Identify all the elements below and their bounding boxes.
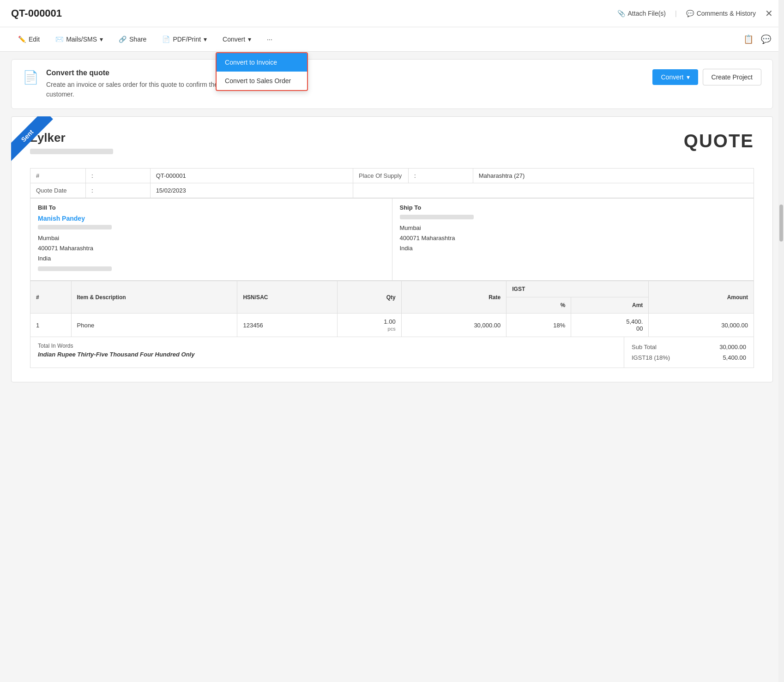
banner-convert-chevron-icon: ▾	[687, 73, 690, 81]
total-words-label: Total In Words	[38, 343, 616, 349]
ship-to-cell: Ship To Mumbai 400071 Maharashtra India	[392, 199, 754, 281]
number-value: QT-000001	[150, 169, 353, 183]
convert-to-invoice-item[interactable]: Convert to Invoice	[217, 53, 307, 72]
document-icon: 📄	[23, 70, 39, 85]
bill-address: Mumbai 400071 Maharashtra India	[38, 233, 385, 271]
attach-files-button[interactable]: 📎 Attach File(s)	[617, 10, 666, 17]
sub-total-line: Sub Total 30,000.00	[632, 342, 746, 352]
convert-dropdown-container: Convert ▾ Convert to Invoice Convert to …	[216, 32, 258, 47]
mail-icon: ✉️	[55, 36, 63, 43]
row-item: Phone	[71, 314, 237, 337]
pdf-icon: 📄	[162, 36, 170, 43]
convert-button[interactable]: Convert ▾	[216, 32, 258, 47]
items-table: # Item & Description HSN/SAC Qty Rate IG…	[30, 281, 754, 337]
igst-total-line: IGST18 (18%) 5,400.00	[632, 352, 746, 363]
igst-value: 5,400.00	[723, 354, 746, 361]
convert-to-sales-order-item[interactable]: Convert to Sales Order	[217, 72, 307, 90]
colon-supply: :	[409, 169, 473, 183]
bill-to-cell: Bill To Manish Pandey Mumbai 400071 Maha…	[30, 199, 392, 281]
create-project-button[interactable]: Create Project	[703, 69, 761, 85]
share-icon: 🔗	[119, 36, 127, 43]
chat-icon-button[interactable]: 💬	[759, 32, 773, 46]
col-igst-header: IGST	[507, 281, 649, 297]
scrollbar-track[interactable]	[778, 0, 784, 393]
table-row: 1 Phone 123456 1.00pcs 30,000.00 18% 5,4…	[30, 314, 754, 337]
col-rate-header: Rate	[401, 281, 507, 314]
doc-inner: Zylker QUOTE # : QT-000001 Place Of Supp…	[12, 117, 772, 382]
checklist-icon-button[interactable]: 📋	[742, 32, 755, 46]
sub-total-value: 30,000.00	[719, 344, 746, 350]
colon-date: :	[86, 183, 151, 198]
edit-button[interactable]: ✏️ Edit	[11, 32, 47, 47]
pdf-print-button[interactable]: 📄 PDF/Print ▾	[155, 32, 214, 47]
total-in-words-section: Total In Words Indian Rupee Thirty-Five …	[30, 337, 624, 368]
convert-chevron-icon: ▾	[248, 36, 251, 43]
colon-num: :	[86, 169, 151, 183]
row-qty: 1.00pcs	[338, 314, 401, 337]
quote-document: Zylker QUOTE # : QT-000001 Place Of Supp…	[11, 116, 773, 382]
bill-to-header: Bill To	[38, 204, 385, 211]
col-igst-amt-header: Amt	[571, 297, 649, 314]
supply-label: Place Of Supply	[353, 169, 409, 183]
date-value: 15/02/2023	[150, 183, 353, 198]
pencil-icon: ✏️	[18, 36, 26, 43]
col-item-header: Item & Description	[71, 281, 237, 314]
toolbar-right-icons: 📋 💬	[742, 32, 773, 46]
bill-phone-blur	[38, 266, 112, 271]
banner-convert-button[interactable]: Convert ▾	[652, 69, 698, 85]
header-actions: 📎 Attach File(s) | 💬 Comments & History …	[617, 8, 773, 19]
bill-addr-blur	[38, 225, 112, 229]
ship-address: Mumbai 400071 Maharashtra India	[400, 223, 747, 253]
paperclip-icon: 📎	[617, 10, 625, 17]
quote-title: QUOTE	[684, 131, 754, 151]
ship-addr-blur	[400, 215, 474, 219]
comments-history-button[interactable]: 💬 Comments & History	[686, 10, 756, 17]
sub-total-label: Sub Total	[632, 344, 657, 350]
mails-chevron-icon: ▾	[100, 36, 103, 43]
igst-label: IGST18 (18%)	[632, 354, 670, 361]
toolbar: ✏️ Edit ✉️ Mails/SMS ▾ 🔗 Share 📄 PDF/Pri…	[0, 27, 784, 52]
total-words-value: Indian Rupee Thirty-Five Thousand Four H…	[38, 351, 616, 358]
comment-icon: 💬	[686, 10, 694, 17]
row-rate: 30,000.00	[401, 314, 507, 337]
company-address-blur	[30, 149, 113, 154]
address-table: Bill To Manish Pandey Mumbai 400071 Maha…	[30, 198, 754, 281]
convert-dropdown-menu: Convert to Invoice Convert to Sales Orde…	[216, 52, 308, 91]
info-banner: 📄 Convert the quote Create an invoice or…	[11, 59, 773, 109]
customer-name[interactable]: Manish Pandey	[38, 215, 385, 222]
more-options-button[interactable]: ···	[260, 32, 279, 47]
col-amount-header: Amount	[649, 281, 754, 314]
number-label: #	[30, 169, 86, 183]
date-label: Quote Date	[30, 183, 86, 198]
row-igst-amt: 5,400.00	[571, 314, 649, 337]
totals-right-section: Sub Total 30,000.00 IGST18 (18%) 5,400.0…	[624, 337, 754, 368]
pdf-chevron-icon: ▾	[204, 36, 207, 43]
info-banner-actions: Convert ▾ Create Project	[652, 69, 761, 85]
quote-meta-table: # : QT-000001 Place Of Supply : Maharash…	[30, 168, 754, 198]
company-name: Zylker	[30, 131, 113, 145]
col-qty-header: Qty	[338, 281, 401, 314]
row-igst-pct: 18%	[507, 314, 571, 337]
company-info: Zylker	[30, 131, 113, 163]
scrollbar-thumb[interactable]	[779, 205, 783, 241]
col-num-header: #	[30, 281, 72, 314]
row-hsn: 123456	[237, 314, 338, 337]
totals-row: Total In Words Indian Rupee Thirty-Five …	[30, 337, 754, 368]
row-num: 1	[30, 314, 72, 337]
supply-value: Maharashtra (27)	[473, 169, 754, 183]
close-button[interactable]: ✕	[765, 8, 773, 19]
row-amount: 30,000.00	[649, 314, 754, 337]
col-igst-pct-header: %	[507, 297, 571, 314]
mails-sms-button[interactable]: ✉️ Mails/SMS ▾	[48, 32, 110, 47]
share-button[interactable]: 🔗 Share	[112, 32, 153, 47]
page-title: QT-000001	[11, 7, 62, 19]
page-header: QT-000001 📎 Attach File(s) | 💬 Comments …	[0, 0, 784, 27]
col-hsn-header: HSN/SAC	[237, 281, 338, 314]
document-wrapper: Zylker QUOTE # : QT-000001 Place Of Supp…	[11, 116, 773, 382]
ship-to-header: Ship To	[400, 204, 747, 211]
